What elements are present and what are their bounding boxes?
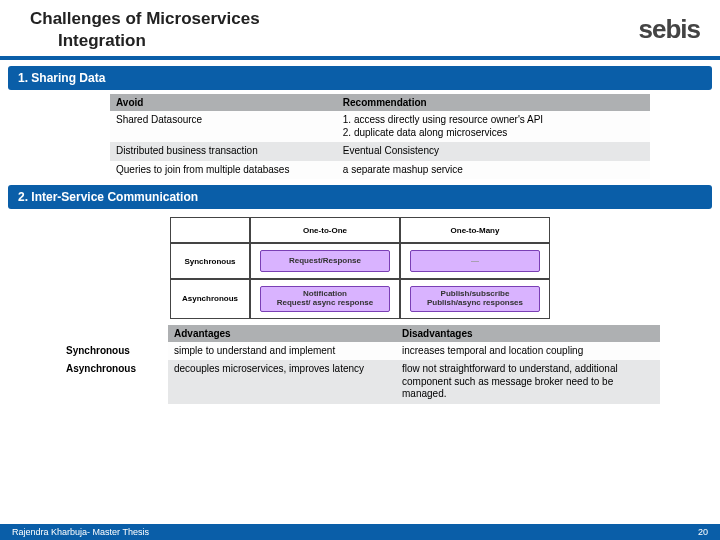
diag-row-async: Asynchronous	[170, 279, 250, 319]
th-disadvantages: Disadvantages	[396, 325, 660, 342]
table-row: Distributed business transaction Eventua…	[110, 142, 650, 161]
table-row: Queries to join from multiple databases …	[110, 161, 650, 180]
page-number: 20	[698, 527, 708, 537]
cell: decouples microservices, improves latenc…	[168, 360, 396, 404]
cell: Distributed business transaction	[110, 142, 337, 161]
section-1-heading: 1. Sharing Data	[8, 66, 712, 90]
diag-cell-empty: —	[400, 243, 550, 279]
diag-row-sync: Synchronous	[170, 243, 250, 279]
cell: flow not straightforward to understand, …	[396, 360, 660, 404]
diag-box-empty: —	[410, 250, 540, 272]
diag-col-one-to-many: One-to-Many	[400, 217, 550, 243]
row-label-sync: Synchronous	[60, 342, 168, 361]
cell: Shared Datasource	[110, 111, 337, 142]
diag-text: Request/ async response	[277, 299, 373, 308]
cell: 1. access directly using resource owner'…	[337, 111, 650, 142]
cell: a separate mashup service	[337, 161, 650, 180]
table-sync-async: Advantages Disadvantages Synchronous sim…	[60, 325, 660, 404]
title-line1: Challenges of Microservices	[30, 8, 260, 30]
cell: simple to understand and implement	[168, 342, 396, 361]
communication-matrix: One-to-One One-to-Many Synchronous Reque…	[170, 217, 550, 319]
diag-cell: Request/Response	[250, 243, 400, 279]
cell: increases temporal and location coupling	[396, 342, 660, 361]
diag-corner	[170, 217, 250, 243]
th-recommendation: Recommendation	[337, 94, 650, 111]
cell: Eventual Consistency	[337, 142, 650, 161]
table-row: Synchronous simple to understand and imp…	[60, 342, 660, 361]
diag-col-one-to-one: One-to-One	[250, 217, 400, 243]
diag-box-pubsub: Publish/subscribe Publish/async response…	[410, 286, 540, 312]
title-line2: Integration	[30, 30, 260, 52]
diag-cell: Publish/subscribe Publish/async response…	[400, 279, 550, 319]
logo: sebis	[639, 8, 701, 45]
section-2-heading: 2. Inter-Service Communication	[8, 185, 712, 209]
cell: Queries to join from multiple databases	[110, 161, 337, 180]
table-row: Asynchronous decouples microservices, im…	[60, 360, 660, 404]
row-label-async: Asynchronous	[60, 360, 168, 404]
diag-text: Publish/async responses	[427, 299, 523, 308]
slide-title: Challenges of Microservices Integration	[30, 8, 260, 52]
table-sharing-data: Avoid Recommendation Shared Datasource 1…	[110, 94, 650, 179]
diag-cell: Notification Request/ async response	[250, 279, 400, 319]
diag-box-request-response: Request/Response	[260, 250, 390, 272]
footer-author: Rajendra Kharbuja- Master Thesis	[12, 527, 149, 537]
th-avoid: Avoid	[110, 94, 337, 111]
footer: Rajendra Kharbuja- Master Thesis 20	[0, 524, 720, 540]
slide-header: Challenges of Microservices Integration …	[0, 0, 720, 60]
th-advantages: Advantages	[168, 325, 396, 342]
th-blank	[60, 325, 168, 342]
diag-box-notification: Notification Request/ async response	[260, 286, 390, 312]
table-row: Shared Datasource 1. access directly usi…	[110, 111, 650, 142]
